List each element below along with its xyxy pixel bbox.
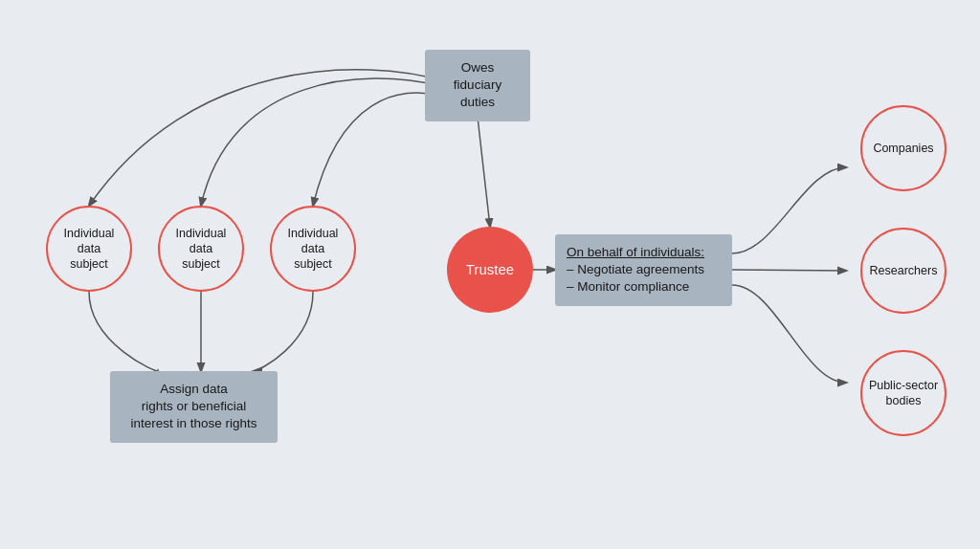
researchers-label: Researchers <box>864 257 944 284</box>
ids1-label: Individualdatasubject <box>58 220 121 278</box>
researchers-node: Researchers <box>860 228 947 314</box>
on-behalf-label: On behalf of individuals:– Negotiate agr… <box>567 245 704 294</box>
individual-data-subject-3: Individualdatasubject <box>270 206 356 292</box>
individual-data-subject-1: Individualdatasubject <box>46 206 132 292</box>
svg-line-2 <box>732 270 846 271</box>
public-sector-label: Public-sectorbodies <box>863 372 944 415</box>
assign-data-rights-box: Assign datarights or beneficialinterest … <box>110 371 278 443</box>
diagram-container: Owes fiduciary duties Individualdatasubj… <box>0 0 980 549</box>
svg-line-0 <box>478 117 490 227</box>
on-behalf-box: On behalf of individuals:– Negotiate agr… <box>555 234 732 306</box>
assign-data-rights-label: Assign datarights or beneficialinterest … <box>130 382 256 430</box>
ids3-label: Individualdatasubject <box>282 220 345 278</box>
owes-fiduciary-label: Owes fiduciary duties <box>454 60 501 109</box>
owes-fiduciary-box: Owes fiduciary duties <box>425 50 530 121</box>
individual-data-subject-2: Individualdatasubject <box>158 206 244 292</box>
public-sector-node: Public-sectorbodies <box>860 350 947 436</box>
ids2-label: Individualdatasubject <box>170 220 233 278</box>
companies-label: Companies <box>867 135 939 162</box>
trustee-label: Trustee <box>466 260 514 279</box>
trustee-node: Trustee <box>447 227 533 313</box>
companies-node: Companies <box>860 105 947 191</box>
